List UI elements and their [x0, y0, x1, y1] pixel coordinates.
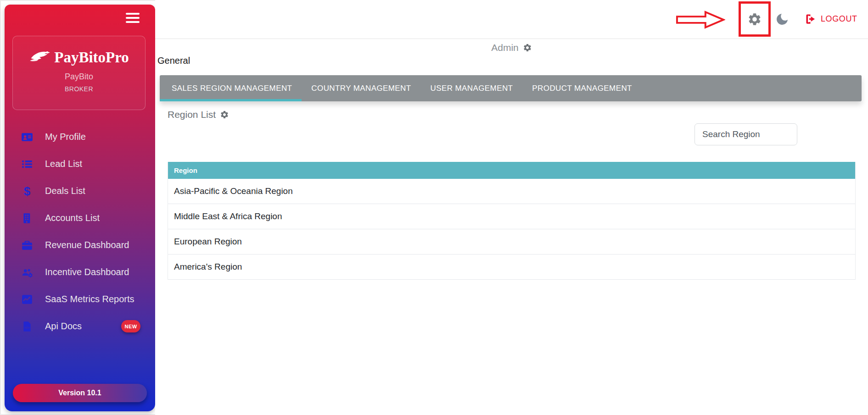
sidebar-item-label: Api Docs	[45, 321, 82, 332]
sidebar-item-label: SaaS Metrics Reports	[45, 294, 134, 304]
sidebar-item-incentive-dashboard[interactable]: Incentive Dashboard	[5, 259, 155, 286]
sidebar-item-my-profile[interactable]: My Profile	[5, 123, 155, 150]
sidebar-item-label: My Profile	[45, 132, 86, 142]
tab-user-management[interactable]: USER MANAGEMENT	[421, 75, 523, 101]
brand-logo-card: PayBitoPro PayBito BROKER	[12, 36, 146, 110]
region-table: Region Asia-Pacific & Oceania Region Mid…	[168, 162, 856, 280]
users-gear-icon	[21, 266, 33, 278]
region-list-title: Region List	[168, 109, 216, 120]
app-window: PayBitoPro PayBito BROKER My Profile Lea…	[0, 0, 868, 415]
sidebar-menu: My Profile Lead List $ Deals List Accoun…	[5, 123, 155, 340]
list-icon	[21, 158, 33, 170]
table-row[interactable]: America's Region	[168, 255, 855, 280]
region-cell: America's Region	[174, 262, 242, 272]
id-card-icon	[21, 131, 33, 143]
table-header-region: Region	[168, 162, 855, 179]
annotation-highlight-box	[739, 1, 771, 37]
dark-mode-moon-icon[interactable]	[775, 12, 790, 27]
admin-label: Admin	[491, 42, 519, 53]
sidebar-item-label: Incentive Dashboard	[45, 267, 129, 277]
new-badge: NEW	[121, 320, 140, 332]
sidebar-item-label: Accounts List	[45, 213, 100, 223]
sidebar-item-deals-list[interactable]: $ Deals List	[5, 177, 155, 205]
admin-row: Admin	[155, 42, 868, 53]
section-label: General	[157, 55, 190, 66]
sidebar-item-saas-metrics-reports[interactable]: SaaS Metrics Reports	[5, 286, 155, 313]
admin-settings-gear-icon[interactable]	[523, 43, 532, 52]
version-button[interactable]: Version 10.1	[13, 384, 147, 402]
sidebar: PayBitoPro PayBito BROKER My Profile Lea…	[5, 5, 155, 411]
sidebar-item-api-docs[interactable]: </> Api Docs NEW	[5, 313, 155, 340]
table-row[interactable]: Middle East & Africa Region	[168, 204, 855, 229]
logout-label: LOGOUT	[821, 14, 857, 24]
hamburger-menu-icon[interactable]	[126, 13, 140, 25]
sidebar-item-label: Deals List	[45, 186, 85, 196]
logout-button[interactable]: LOGOUT	[804, 13, 857, 25]
line-chart-icon	[21, 293, 33, 305]
management-tabbar: SALES REGION MANAGEMENT COUNTRY MANAGEME…	[160, 75, 862, 101]
sign-out-icon	[804, 13, 817, 25]
sidebar-item-accounts-list[interactable]: Accounts List	[5, 205, 155, 232]
brand-tagline: BROKER	[13, 85, 145, 93]
annotation-arrow-icon	[676, 10, 725, 29]
tab-country-management[interactable]: COUNTRY MANAGEMENT	[302, 75, 420, 101]
main-content: LOGOUT Admin General SALES REGION MANAGE…	[155, 0, 868, 415]
brand-subtitle: PayBito	[13, 72, 145, 82]
dollar-icon: $	[21, 185, 33, 197]
sidebar-item-revenue-dashboard[interactable]: Revenue Dashboard	[5, 232, 155, 259]
sidebar-item-label: Revenue Dashboard	[45, 240, 129, 250]
table-row[interactable]: European Region	[168, 229, 855, 255]
region-cell: Middle East & Africa Region	[174, 211, 282, 221]
sidebar-item-lead-list[interactable]: Lead List	[5, 150, 155, 177]
region-list-heading: Region List	[168, 109, 229, 120]
settings-gear-icon[interactable]	[747, 12, 762, 27]
search-region-input[interactable]	[694, 123, 797, 145]
eagle-logo-icon	[29, 50, 50, 66]
region-cell: Asia-Pacific & Oceania Region	[174, 186, 293, 196]
region-list-gear-icon[interactable]	[220, 110, 229, 119]
table-row[interactable]: Asia-Pacific & Oceania Region	[168, 179, 855, 204]
sidebar-item-label: Lead List	[45, 159, 82, 169]
code-file-icon: </>	[21, 321, 33, 332]
tab-sales-region-management[interactable]: SALES REGION MANAGEMENT	[160, 75, 302, 101]
svg-text:$: $	[24, 185, 31, 197]
tab-product-management[interactable]: PRODUCT MANAGEMENT	[522, 75, 642, 101]
building-icon	[21, 212, 33, 224]
brand-title: PayBitoPro	[54, 49, 129, 66]
region-cell: European Region	[174, 237, 242, 247]
briefcase-icon	[21, 239, 33, 251]
